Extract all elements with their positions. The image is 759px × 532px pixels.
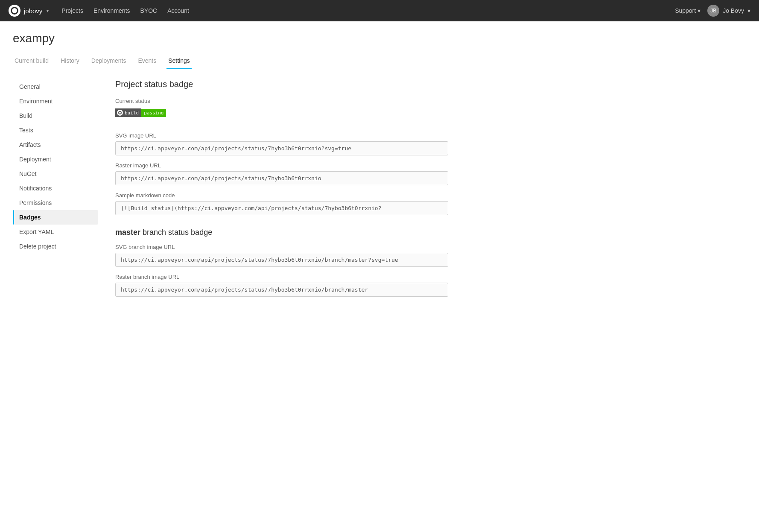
- logo-icon: [9, 5, 20, 17]
- tab-bar: Current build History Deployments Events…: [13, 54, 746, 69]
- branch-section-title: master branch status badge: [115, 228, 746, 237]
- tab-deployments[interactable]: Deployments: [90, 54, 128, 69]
- sidebar-item-artifacts[interactable]: Artifacts: [13, 137, 98, 152]
- brand-name[interactable]: jobovy: [24, 7, 42, 15]
- sidebar-item-build[interactable]: Build: [13, 108, 98, 123]
- nav-projects[interactable]: Projects: [61, 7, 83, 14]
- badge-logo-icon: [117, 110, 123, 116]
- user-dropdown-icon: ▾: [747, 7, 750, 14]
- sidebar-item-deployment[interactable]: Deployment: [13, 152, 98, 167]
- markdown-label: Sample markdown code: [115, 192, 746, 199]
- badge-passing-part: passing: [141, 109, 166, 117]
- raster-branch-url-input[interactable]: [115, 283, 448, 297]
- raster-url-label: Raster image URL: [115, 162, 746, 169]
- support-label: Support: [675, 7, 696, 14]
- svg-branch-url-field: SVG branch image URL: [115, 244, 746, 267]
- badge-build-part: build: [115, 108, 141, 117]
- tab-current-build[interactable]: Current build: [13, 54, 50, 69]
- raster-url-input[interactable]: [115, 171, 448, 185]
- svg-url-label: SVG image URL: [115, 132, 746, 139]
- sidebar-item-notifications[interactable]: Notifications: [13, 181, 98, 196]
- section-title: Project status badge: [115, 79, 746, 89]
- raster-url-field: Raster image URL: [115, 162, 746, 185]
- svg-branch-url-input[interactable]: [115, 253, 448, 267]
- settings-content: Project status badge Current status buil…: [107, 79, 746, 297]
- sidebar-item-general[interactable]: General: [13, 79, 98, 94]
- main-layout: General Environment Build Tests Artifact…: [13, 79, 746, 297]
- topnav: jobovy ▾ Projects Environments BYOC Acco…: [0, 0, 759, 21]
- raster-branch-url-label: Raster branch image URL: [115, 274, 746, 280]
- user-menu[interactable]: JB Jo Bovy ▾: [707, 5, 750, 17]
- logo-area[interactable]: jobovy ▾: [9, 5, 49, 17]
- settings-sidebar: General Environment Build Tests Artifact…: [13, 79, 107, 297]
- tab-history[interactable]: History: [59, 54, 81, 69]
- sidebar-item-environment[interactable]: Environment: [13, 94, 98, 108]
- nav-byoc[interactable]: BYOC: [140, 7, 158, 14]
- page-container: exampy Current build History Deployments…: [0, 21, 759, 307]
- project-title: exampy: [13, 32, 746, 45]
- svg-url-field: SVG image URL: [115, 132, 746, 155]
- avatar: JB: [707, 5, 719, 17]
- svg-branch-url-label: SVG branch image URL: [115, 244, 746, 250]
- markdown-field: Sample markdown code: [115, 192, 746, 215]
- sidebar-item-badges[interactable]: Badges: [13, 210, 98, 225]
- sidebar-item-permissions[interactable]: Permissions: [13, 196, 98, 210]
- sidebar-item-tests[interactable]: Tests: [13, 123, 98, 137]
- nav-environments[interactable]: Environments: [93, 7, 130, 14]
- svg-url-input[interactable]: [115, 141, 448, 155]
- sidebar-item-export-yaml[interactable]: Export YAML: [13, 225, 98, 239]
- markdown-input[interactable]: [115, 201, 448, 215]
- current-status-label: Current status: [115, 98, 746, 104]
- support-dropdown-icon: ▾: [698, 7, 701, 14]
- sidebar-item-nuget[interactable]: NuGet: [13, 167, 98, 181]
- status-badge: build passing: [115, 108, 166, 117]
- tab-settings[interactable]: Settings: [166, 54, 192, 69]
- branch-name: master: [115, 228, 140, 237]
- support-link[interactable]: Support ▾: [675, 7, 701, 14]
- brand-dropdown-icon[interactable]: ▾: [47, 9, 49, 13]
- user-name: Jo Bovy: [723, 7, 744, 14]
- sidebar-item-delete-project[interactable]: Delete project: [13, 239, 98, 254]
- nav-account[interactable]: Account: [167, 7, 189, 14]
- tab-events[interactable]: Events: [136, 54, 158, 69]
- nav-links: Projects Environments BYOC Account: [61, 7, 675, 14]
- topnav-right: Support ▾ JB Jo Bovy ▾: [675, 5, 750, 17]
- raster-branch-url-field: Raster branch image URL: [115, 274, 746, 297]
